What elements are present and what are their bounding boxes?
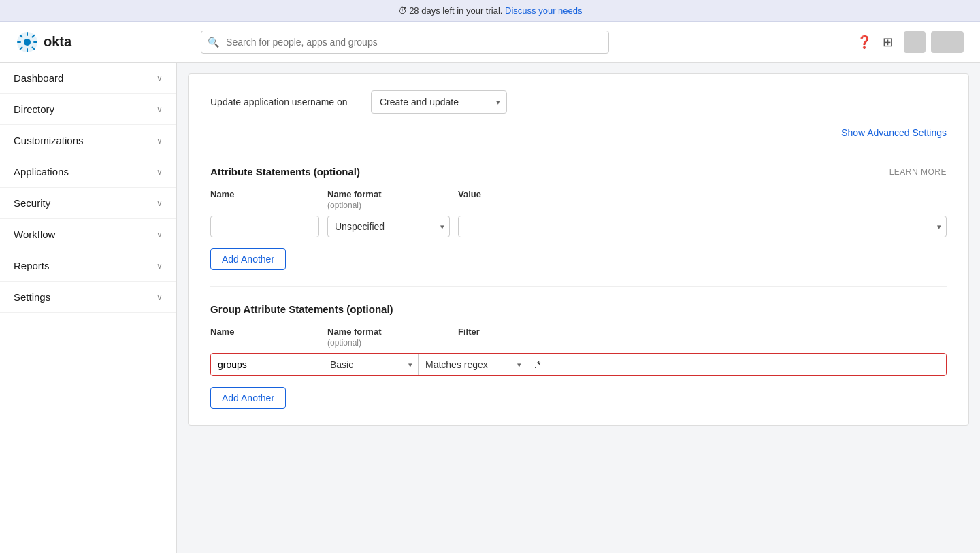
group-format-col-label: Name format bbox=[327, 326, 381, 337]
sidebar-item-customizations[interactable]: Customizations ∨ bbox=[0, 125, 176, 156]
update-username-row: Update application username on Create an… bbox=[210, 90, 947, 114]
trial-link[interactable]: Discuss your needs bbox=[505, 5, 582, 16]
attr-format-select[interactable]: Unspecified Basic URI Reference bbox=[327, 216, 450, 237]
sidebar-item-reports[interactable]: Reports ∨ bbox=[0, 250, 176, 282]
chevron-down-icon: ∨ bbox=[157, 105, 163, 114]
group-data-row-1: Basic Unspecified URI Reference ▾ Matche… bbox=[210, 353, 947, 376]
sidebar-item-directory[interactable]: Directory ∨ bbox=[0, 94, 176, 125]
format-col-label: Name format bbox=[327, 189, 381, 199]
sidebar-label-settings: Settings bbox=[14, 291, 50, 303]
attr-format-col-header: Name format (optional) bbox=[327, 188, 450, 210]
group-format-col-optional: (optional) bbox=[327, 338, 361, 348]
divider-1 bbox=[210, 152, 947, 152]
group-filter-select[interactable]: Matches regex Starts with Equals Contain… bbox=[419, 354, 527, 375]
top-nav: okta 🔍 ❓ ⊞ bbox=[0, 22, 980, 63]
show-advanced-link[interactable]: Show Advanced Settings bbox=[841, 127, 947, 138]
sidebar-label-customizations: Customizations bbox=[14, 135, 84, 146]
group-name-col-label: Name bbox=[210, 326, 234, 337]
learn-more-link[interactable]: LEARN MORE bbox=[889, 167, 947, 177]
grid-icon: ⊞ bbox=[883, 35, 893, 50]
show-advanced-settings: Show Advanced Settings bbox=[210, 127, 947, 138]
svg-point-9 bbox=[24, 39, 31, 46]
okta-logo-icon bbox=[16, 31, 38, 53]
group-attribute-statements-section: Group Attribute Statements (optional) Na… bbox=[210, 303, 947, 376]
chevron-down-icon: ∨ bbox=[157, 73, 163, 83]
trial-text: 28 days left in your trial. bbox=[409, 5, 502, 16]
attribute-statements-header: Attribute Statements (optional) LEARN MO… bbox=[210, 166, 947, 178]
sidebar: Dashboard ∨ Directory ∨ Customizations ∨… bbox=[0, 63, 177, 553]
divider-2 bbox=[210, 286, 947, 287]
attr-name-col-header: Name bbox=[210, 188, 319, 210]
attr-header-row: Name Name format (optional) Value bbox=[210, 188, 947, 210]
sidebar-label-security: Security bbox=[14, 197, 50, 209]
group-format-select[interactable]: Basic Unspecified URI Reference bbox=[323, 354, 418, 375]
value-col-label: Value bbox=[458, 189, 481, 199]
format-col-optional: (optional) bbox=[327, 201, 361, 210]
trial-banner: ⏱ 28 days left in your trial. Discuss yo… bbox=[0, 0, 980, 22]
avatar bbox=[904, 31, 926, 53]
chevron-down-icon: ∨ bbox=[157, 230, 163, 239]
sidebar-item-dashboard[interactable]: Dashboard ∨ bbox=[0, 63, 176, 94]
group-value-input[interactable] bbox=[527, 354, 946, 375]
group-filter-col-header: Filter bbox=[458, 326, 947, 348]
chevron-down-icon: ∨ bbox=[157, 292, 163, 302]
sidebar-item-workflow[interactable]: Workflow ∨ bbox=[0, 219, 176, 250]
group-format-select-wrap: Basic Unspecified URI Reference ▾ bbox=[323, 354, 419, 375]
search-icon: 🔍 bbox=[208, 37, 219, 48]
logo-area: okta bbox=[16, 31, 71, 53]
chevron-down-icon: ∨ bbox=[157, 261, 163, 271]
group-format-col-header: Name format (optional) bbox=[327, 326, 450, 348]
search-bar: 🔍 bbox=[201, 31, 609, 54]
avatar-area bbox=[904, 31, 964, 53]
sidebar-item-settings[interactable]: Settings ∨ bbox=[0, 282, 176, 313]
group-attr-title: Group Attribute Statements (optional) bbox=[210, 303, 393, 315]
grid-button[interactable]: ⊞ bbox=[883, 35, 893, 50]
nav-icons: ❓ ⊞ bbox=[857, 31, 964, 53]
attr-value-select-wrap: user.login user.email ▾ bbox=[458, 216, 947, 237]
name-col-label: Name bbox=[210, 189, 234, 199]
logo-text: okta bbox=[44, 34, 71, 50]
attr-value-select[interactable]: user.login user.email bbox=[458, 216, 947, 237]
update-username-label: Update application username on bbox=[210, 97, 360, 107]
add-another-button-2[interactable]: Add Another bbox=[210, 387, 286, 409]
chevron-down-icon: ∨ bbox=[157, 199, 163, 208]
avatar-extra bbox=[931, 31, 964, 53]
group-name-col-header: Name bbox=[210, 326, 319, 348]
sidebar-item-applications[interactable]: Applications ∨ bbox=[0, 156, 176, 188]
sidebar-label-workflow: Workflow bbox=[14, 229, 55, 240]
group-attr-header: Group Attribute Statements (optional) bbox=[210, 303, 947, 315]
chevron-down-icon: ∨ bbox=[157, 136, 163, 146]
sidebar-item-security[interactable]: Security ∨ bbox=[0, 188, 176, 219]
group-name-input[interactable] bbox=[211, 354, 323, 375]
update-username-select[interactable]: Create and update Create only Update onl… bbox=[371, 90, 507, 114]
attr-value-col-header: Value bbox=[458, 188, 947, 210]
sidebar-label-reports: Reports bbox=[14, 260, 50, 271]
help-button[interactable]: ❓ bbox=[857, 35, 872, 50]
add-another-button-1[interactable]: Add Another bbox=[210, 248, 286, 270]
attribute-statements-title: Attribute Statements (optional) bbox=[210, 166, 360, 178]
attr-format-select-wrap: Unspecified Basic URI Reference ▾ bbox=[327, 216, 450, 237]
attr-name-input[interactable] bbox=[210, 216, 319, 237]
update-username-select-wrap: Create and update Create only Update onl… bbox=[371, 90, 507, 114]
sidebar-label-directory: Directory bbox=[14, 103, 54, 115]
chevron-down-icon: ∨ bbox=[157, 167, 163, 177]
sidebar-label-applications: Applications bbox=[14, 166, 69, 178]
help-circle-icon: ❓ bbox=[857, 35, 872, 50]
group-filter-select-wrap: Matches regex Starts with Equals Contain… bbox=[419, 354, 527, 375]
group-filter-col-label: Filter bbox=[458, 326, 480, 337]
clock-icon: ⏱ bbox=[398, 5, 407, 16]
search-input[interactable] bbox=[201, 31, 609, 54]
attribute-statements-table: Name Name format (optional) Value bbox=[210, 188, 947, 237]
sidebar-label-dashboard: Dashboard bbox=[14, 72, 63, 84]
attr-data-row-1: Unspecified Basic URI Reference ▾ user.l… bbox=[210, 216, 947, 237]
content-panel: Update application username on Create an… bbox=[188, 73, 969, 426]
group-attr-header-row: Name Name format (optional) Filter bbox=[210, 326, 947, 348]
app-layout: Dashboard ∨ Directory ∨ Customizations ∨… bbox=[0, 63, 980, 553]
main-content: Update application username on Create an… bbox=[177, 63, 980, 553]
